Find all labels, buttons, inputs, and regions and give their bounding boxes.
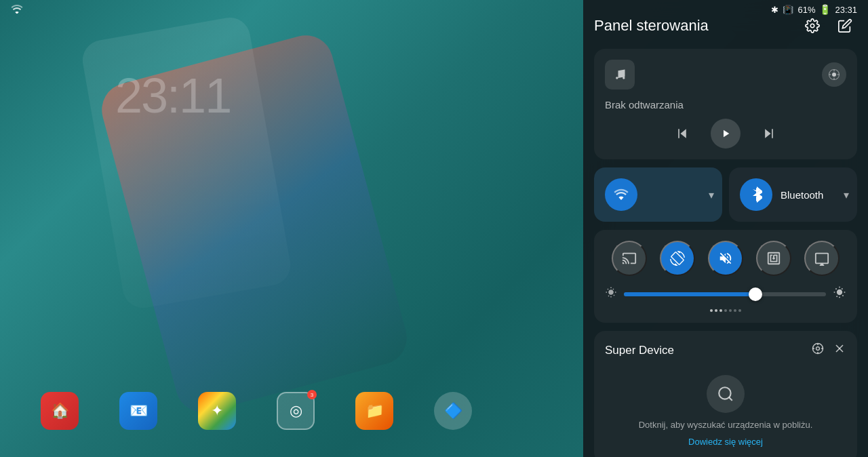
vibrate-status-icon: 📳 — [783, 5, 793, 15]
battery-percent: 61% — [797, 5, 815, 15]
brightness-high-icon — [833, 285, 846, 302]
super-device-header: Super Device — [605, 342, 846, 359]
app-icon-multi[interactable]: ✦ — [198, 392, 236, 430]
svg-line-12 — [729, 397, 732, 401]
prev-button[interactable] — [675, 127, 689, 140]
volume-dots — [605, 309, 846, 312]
status-bar-left — [11, 4, 23, 16]
toggles-card — [594, 230, 857, 323]
wifi-chevron: ▾ — [709, 188, 714, 201]
super-device-search-icon[interactable] — [707, 375, 745, 413]
cast-toggle[interactable] — [612, 241, 647, 276]
super-device-title: Super Device — [605, 344, 674, 357]
status-bar: ✱ 📳 61% 🔋 23:31 — [0, 0, 868, 19]
svg-point-4 — [816, 347, 820, 351]
super-device-close-icon[interactable] — [833, 342, 846, 359]
brightness-row — [605, 285, 846, 302]
svg-point-2 — [832, 73, 836, 77]
quick-tiles: ▾ Bluetooth ▾ — [594, 167, 857, 222]
battery-icon: 🔋 — [819, 4, 831, 15]
super-device-content: Dotknij, aby wyszukać urządzenia w pobli… — [605, 370, 846, 452]
wifi-icon-circle — [605, 178, 637, 211]
super-device-link[interactable]: Dowiedz się więcej — [688, 437, 763, 447]
rotate-toggle[interactable] — [660, 241, 695, 276]
media-icon-area — [605, 60, 635, 90]
svg-point-0 — [810, 24, 814, 28]
wifi-tile[interactable]: ▾ — [594, 167, 722, 222]
app-icon-teal-wrapper: ◎ 3 — [277, 392, 315, 430]
super-device-card: Super Device — [594, 331, 857, 457]
mute-toggle[interactable] — [708, 241, 743, 276]
status-time: 23:31 — [835, 5, 857, 15]
screen-mirror-toggle[interactable] — [804, 241, 840, 276]
wallpaper-clock: 23:11 — [115, 68, 231, 123]
bluetooth-label: Bluetooth — [781, 189, 823, 201]
bluetooth-status-icon: ✱ — [771, 5, 778, 15]
media-card: Brak odtwarzania — [594, 49, 857, 159]
media-controls — [605, 119, 846, 148]
svg-point-11 — [719, 387, 730, 399]
notification-dot: 3 — [307, 390, 317, 399]
super-device-header-icons — [811, 342, 846, 359]
toggle-icons-row — [605, 241, 846, 276]
app-icon-yellow[interactable]: 📁 — [355, 392, 393, 430]
media-status: Brak odtwarzania — [605, 99, 846, 111]
app-icon-red[interactable]: 🏠 — [41, 392, 79, 430]
bluetooth-chevron: ▾ — [844, 188, 849, 201]
app-icon-gray[interactable]: 🔷 — [434, 392, 472, 430]
panel-title: Panel sterowania — [594, 17, 709, 35]
media-top — [605, 60, 846, 90]
next-button[interactable] — [762, 127, 776, 140]
brightness-low-icon — [605, 286, 617, 302]
bluetooth-tile[interactable]: Bluetooth ▾ — [729, 167, 857, 222]
super-device-description: Dotknij, aby wyszukać urządzenia w pobli… — [639, 420, 813, 430]
control-panel: Panel sterowania — [583, 0, 868, 457]
music-note-icon — [605, 60, 635, 90]
app-icon-blue[interactable]: 📧 — [119, 392, 157, 430]
status-bar-right: ✱ 📳 61% 🔋 23:31 — [771, 4, 857, 15]
brightness-slider[interactable] — [624, 292, 826, 296]
nfc-toggle[interactable] — [756, 241, 791, 276]
play-button[interactable] — [711, 119, 741, 148]
wifi-status-icon — [11, 4, 23, 16]
home-app-icons: 🏠 📧 ✦ ◎ 3 📁 🔷 — [41, 392, 472, 430]
voice-icon[interactable] — [822, 62, 846, 87]
super-device-settings-icon[interactable] — [811, 342, 825, 359]
bluetooth-icon-circle — [740, 178, 772, 211]
